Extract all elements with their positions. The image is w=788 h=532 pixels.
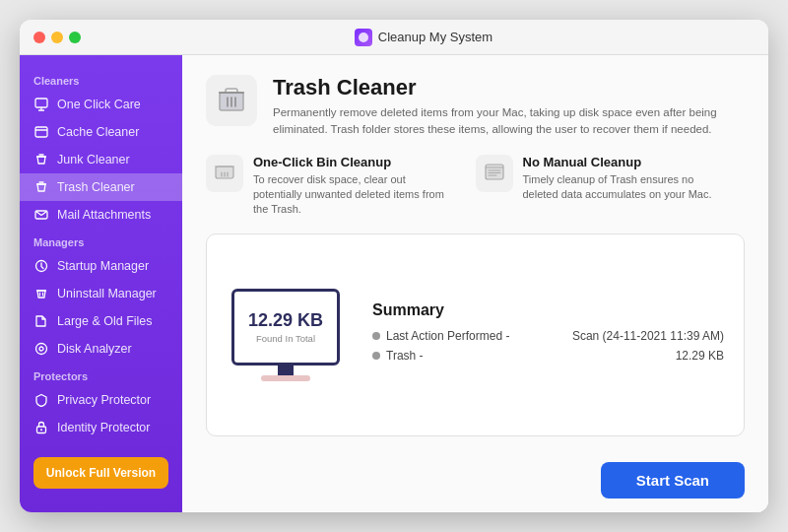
section-label-cleaners: Cleaners <box>20 67 182 91</box>
summary-row-0-value: Scan (24-11-2021 11:39 AM) <box>572 329 724 343</box>
trash-icon <box>33 179 49 195</box>
feature-card-1: No Manual Cleanup Timely cleanup of Tras… <box>476 155 746 218</box>
summary-row-0-label: Last Action Performed - <box>386 329 509 343</box>
sidebar: Cleaners One Click Care Cache Cleaner Ju… <box>20 55 182 512</box>
start-scan-button[interactable]: Start Scan <box>601 462 745 499</box>
no-manual-cleanup-icon <box>476 155 513 192</box>
maximize-button[interactable] <box>69 32 81 43</box>
app-title-label: Cleanup My System <box>378 30 492 44</box>
section-label-managers: Managers <box>20 229 182 252</box>
app-icon <box>355 29 372 46</box>
summary-card: 12.29 KB Found In Total Summary Last Act… <box>206 233 745 436</box>
sidebar-item-label: Privacy Protector <box>57 393 151 407</box>
uninstall-icon <box>33 286 49 301</box>
summary-row-0: Last Action Performed - Scan (24-11-2021… <box>372 329 724 343</box>
page-title: Trash Cleaner <box>273 75 726 100</box>
monitor-screen: 12.29 KB Found In Total <box>231 289 340 366</box>
titlebar: Cleanup My System <box>20 20 768 55</box>
feature-title-0: One-Click Bin Cleanup <box>253 155 450 169</box>
svg-rect-27 <box>486 165 503 179</box>
feature-text-1: No Manual Cleanup Timely cleanup of Tras… <box>523 155 720 203</box>
mail-icon <box>33 207 49 223</box>
feature-text-0: One-Click Bin Cleanup To recover disk sp… <box>253 155 450 218</box>
svg-point-13 <box>36 344 47 355</box>
summary-row-1-value: 12.29 KB <box>676 349 724 363</box>
sidebar-item-label: Cache Cleaner <box>57 125 139 139</box>
sidebar-item-label: Disk Analyzer <box>57 342 132 356</box>
sidebar-item-startup-manager[interactable]: Startup Manager <box>20 252 182 280</box>
panel-header: Trash Cleaner Permanently remove deleted… <box>182 55 768 155</box>
sidebar-item-label: Large & Old Files <box>57 314 153 328</box>
sidebar-item-junk-cleaner[interactable]: Junk Cleaner <box>20 146 182 173</box>
section-label-protectors: Protectors <box>20 363 182 386</box>
sidebar-item-label: Identity Protector <box>57 421 151 434</box>
summary-monitor: 12.29 KB Found In Total <box>231 289 340 381</box>
summary-info: Summary Last Action Performed - Scan (24… <box>372 301 724 368</box>
junk-icon <box>33 152 49 167</box>
files-icon <box>33 313 49 329</box>
monitor-base <box>261 375 310 381</box>
sidebar-item-label: One Click Care <box>57 98 141 111</box>
lock-icon <box>33 420 49 435</box>
sidebar-item-trash-cleaner[interactable]: Trash Cleaner <box>20 173 182 201</box>
startup-icon <box>33 258 49 274</box>
summary-row-1-left: Trash - <box>372 349 424 363</box>
monitor-icon <box>33 97 49 112</box>
app-title-bar: Cleanup My System <box>355 29 492 46</box>
main-window: Cleanup My System Cleaners One Click Car… <box>20 20 768 512</box>
svg-point-14 <box>39 347 43 351</box>
features-row: One-Click Bin Cleanup To recover disk sp… <box>182 155 768 233</box>
sidebar-item-mail-attachments[interactable]: Mail Attachments <box>20 201 182 229</box>
sidebar-item-label: Mail Attachments <box>57 208 151 222</box>
summary-visual: 12.29 KB Found In Total <box>227 289 345 381</box>
unlock-full-version-button[interactable]: Unlock Full Version <box>33 457 168 489</box>
panel-footer: Start Scan <box>182 452 768 512</box>
summary-size-label: Found In Total <box>256 333 315 344</box>
summary-row-0-left: Last Action Performed - <box>372 329 509 343</box>
traffic-lights <box>33 32 81 43</box>
feature-desc-0: To recover disk space, clear out potenti… <box>253 172 450 218</box>
disk-icon <box>33 341 49 357</box>
summary-size-value: 12.29 KB <box>248 310 323 331</box>
sidebar-item-one-click-care[interactable]: One Click Care <box>20 91 182 118</box>
cache-icon <box>33 124 49 140</box>
panel-header-text: Trash Cleaner Permanently remove deleted… <box>273 75 726 139</box>
sidebar-item-label: Trash Cleaner <box>57 180 135 194</box>
summary-row-1-label: Trash - <box>386 349 424 363</box>
trash-cleaner-icon <box>206 75 257 126</box>
summary-row-1: Trash - 12.29 KB <box>372 349 724 363</box>
minimize-button[interactable] <box>51 32 63 43</box>
feature-title-1: No Manual Cleanup <box>523 155 720 169</box>
sidebar-item-privacy-protector[interactable]: Privacy Protector <box>20 386 182 414</box>
feature-card-0: One-Click Bin Cleanup To recover disk sp… <box>206 155 476 218</box>
sidebar-item-uninstall-manager[interactable]: Uninstall Manager <box>20 280 182 307</box>
feature-desc-1: Timely cleanup of Trash ensures no delet… <box>523 172 720 203</box>
sidebar-item-large-old-files[interactable]: Large & Old Files <box>20 307 182 335</box>
main-content: Cleaners One Click Care Cache Cleaner Ju… <box>20 55 768 512</box>
page-description: Permanently remove deleted items from yo… <box>273 104 726 139</box>
dot-icon <box>372 352 380 360</box>
svg-point-0 <box>359 33 368 42</box>
sidebar-bottom: Unlock Full Version <box>20 445 182 500</box>
close-button[interactable] <box>33 32 45 43</box>
svg-rect-4 <box>35 127 47 137</box>
one-click-cleanup-icon <box>206 155 243 192</box>
sidebar-item-label: Junk Cleaner <box>57 153 130 166</box>
sidebar-item-disk-analyzer[interactable]: Disk Analyzer <box>20 335 182 363</box>
sidebar-item-identity-protector[interactable]: Identity Protector <box>20 414 182 441</box>
monitor-neck <box>278 366 294 375</box>
sidebar-item-cache-cleaner[interactable]: Cache Cleaner <box>20 118 182 146</box>
dot-icon <box>372 332 380 340</box>
svg-rect-1 <box>35 99 47 107</box>
shield-icon <box>33 392 49 408</box>
main-panel: Trash Cleaner Permanently remove deleted… <box>182 55 768 512</box>
summary-heading: Summary <box>372 301 724 319</box>
sidebar-item-label: Uninstall Manager <box>57 287 157 300</box>
svg-point-16 <box>40 429 42 431</box>
sidebar-item-label: Startup Manager <box>57 259 149 273</box>
